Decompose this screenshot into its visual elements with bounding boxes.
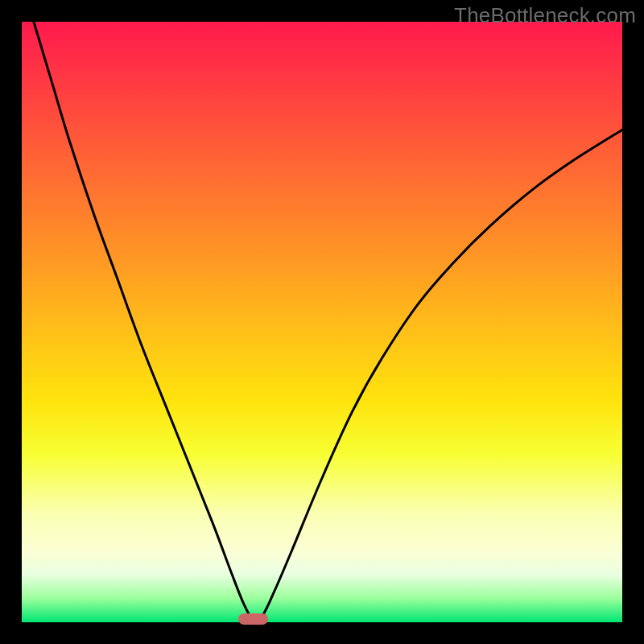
- curve-path: [34, 22, 622, 621]
- bottleneck-curve: [22, 22, 622, 622]
- plot-area: [22, 22, 622, 622]
- minimum-marker: [238, 613, 268, 625]
- watermark-text: TheBottleneck.com: [454, 3, 636, 28]
- chart-frame: TheBottleneck.com: [0, 0, 644, 644]
